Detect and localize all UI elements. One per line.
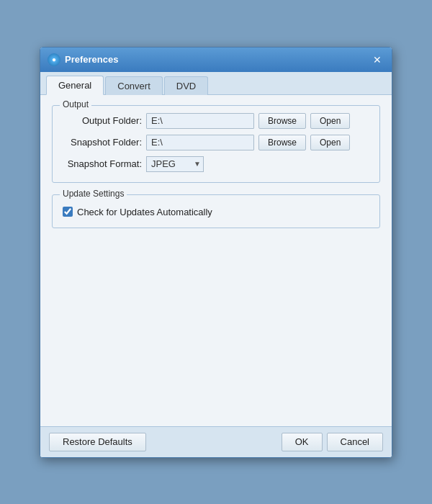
snapshot-folder-input[interactable] [146,135,254,150]
output-group-title: Output [60,99,91,109]
snapshot-folder-row: Snapshot Folder: Browse Open [63,135,369,150]
output-folder-browse-button[interactable]: Browse [258,113,306,129]
output-folder-input[interactable] [146,113,254,129]
check-updates-checkbox[interactable] [63,207,73,217]
tab-dvd[interactable]: DVD [164,76,208,95]
snapshot-format-wrapper: JPEG PNG BMP ▼ [146,156,204,172]
output-folder-open-button[interactable]: Open [310,113,350,129]
tab-convert[interactable]: Convert [105,76,163,95]
output-folder-row: Output Folder: Browse Open [63,113,369,129]
check-updates-label: Check for Updates Automatically [77,207,212,217]
tabs-row: General Convert DVD [40,72,392,95]
output-group: Output Output Folder: Browse Open Snapsh… [52,105,380,183]
snapshot-format-select[interactable]: JPEG PNG BMP [146,156,204,172]
update-settings-title: Update Settings [60,189,127,199]
content-area: Output Output Folder: Browse Open Snapsh… [40,95,392,426]
close-button[interactable]: ✕ [370,53,384,67]
footer: Restore Defaults OK Cancel [40,426,392,457]
app-icon: ● [48,53,60,66]
footer-right: OK Cancel [282,433,383,451]
snapshot-format-label: Snapshot Format: [63,158,142,169]
title-bar: ● Preferences ✕ [40,48,392,72]
output-folder-label: Output Folder: [63,115,142,126]
preferences-dialog: ● Preferences ✕ General Convert DVD Outp… [40,47,392,458]
snapshot-folder-browse-button[interactable]: Browse [258,135,306,150]
restore-defaults-button[interactable]: Restore Defaults [49,433,146,451]
snapshot-folder-open-button[interactable]: Open [310,135,350,150]
dialog-title: Preferences [65,54,118,65]
cancel-button[interactable]: Cancel [327,433,383,451]
update-settings-group: Update Settings Check for Updates Automa… [52,194,380,228]
snapshot-folder-label: Snapshot Folder: [63,137,142,148]
tab-general[interactable]: General [46,76,104,95]
title-bar-left: ● Preferences [48,53,118,66]
check-updates-row: Check for Updates Automatically [63,207,369,217]
ok-button[interactable]: OK [282,433,323,451]
snapshot-format-row: Snapshot Format: JPEG PNG BMP ▼ [63,156,369,172]
